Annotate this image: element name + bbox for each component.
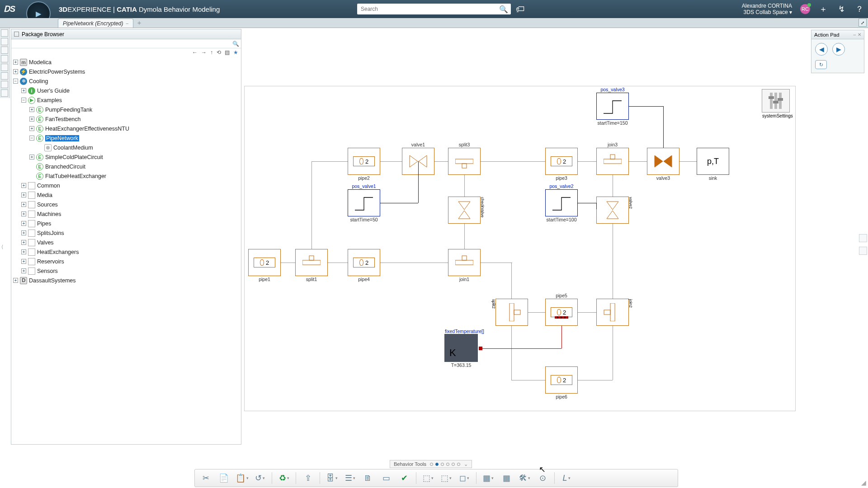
refresh-button[interactable]: ♻▾ <box>278 472 290 484</box>
tree-scp[interactable]: +ESimpleColdPlateCircuit <box>13 152 241 162</box>
tag-icon[interactable]: 🏷 <box>515 4 525 14</box>
copy-button[interactable]: 📄 <box>217 472 230 484</box>
box-button[interactable]: ◻▾ <box>458 472 471 484</box>
vstrip-btn-1[interactable] <box>1 29 8 37</box>
vstrip-btn-2[interactable] <box>1 38 8 45</box>
nav-layers-icon[interactable]: ▤ <box>225 49 230 56</box>
share-icon[interactable]: ↯ <box>836 4 846 14</box>
paste-button[interactable]: 📋▾ <box>236 472 248 484</box>
block-sink[interactable]: p,T sink <box>697 148 729 175</box>
block-pipe6[interactable]: 2 pipe6 <box>545 366 578 394</box>
tree-modelica[interactable]: +mModelica <box>13 57 241 67</box>
ap-next-button[interactable]: ▶ <box>832 43 845 56</box>
nav-refresh-icon[interactable]: ⟲ <box>217 49 221 56</box>
search-box[interactable]: 🔍 <box>357 4 511 14</box>
block-join2[interactable]: join2 <box>596 299 629 326</box>
nav-fav-icon[interactable]: ★ <box>233 49 238 56</box>
block-valve3[interactable]: valve3 <box>647 148 679 175</box>
nav-up-icon[interactable]: ↑ <box>210 49 213 56</box>
tree-filter-input[interactable] <box>13 41 232 47</box>
model-button[interactable]: ⬚▾ <box>422 472 434 484</box>
tree-ug[interactable]: +iUser's Guide <box>13 86 241 95</box>
add-icon[interactable]: ＋ <box>818 4 828 14</box>
ap-min-icon[interactable]: – <box>853 32 856 37</box>
action-pad-header[interactable]: Action Pad –✕ <box>811 30 864 39</box>
tree-res[interactable]: +Reservoirs <box>13 257 241 266</box>
block-pipe5[interactable]: 2 pipe5 <box>545 299 578 326</box>
tree-coolmed[interactable]: CoolantMedium <box>13 143 241 152</box>
tree-cooling[interactable]: −❄Cooling <box>13 76 241 86</box>
undo-button[interactable]: ↺▾ <box>254 472 266 484</box>
resize-handle-icon[interactable]: ◢ <box>861 479 866 486</box>
tree-eps[interactable]: +⚡ElectricPowerSystems <box>13 67 241 76</box>
block-join3[interactable]: join3 <box>596 148 629 175</box>
tree-sources[interactable]: +Sources <box>13 200 241 209</box>
search-input[interactable] <box>357 6 499 12</box>
collapse-handle[interactable]: ⟨ <box>1 244 3 250</box>
expand-button[interactable]: ⤢ <box>859 19 867 27</box>
toolbar-dots[interactable] <box>430 463 460 466</box>
tree-ds[interactable]: +ꓓDassaultSystemes <box>13 276 241 285</box>
window-button[interactable]: ▭ <box>380 472 392 484</box>
block-fixedtemp[interactable]: K fixedTemperature[] T=363.15 <box>444 334 478 362</box>
user-info[interactable]: Alexandre CORTINA 3DS Collab Space ▾ <box>742 3 792 15</box>
cut-button[interactable]: ✂ <box>199 472 212 484</box>
collab-space[interactable]: 3DS Collab Space ▾ <box>742 9 792 15</box>
tree-pipes[interactable]: +Pipes <box>13 219 241 228</box>
tree-machines[interactable]: +Machines <box>13 209 241 219</box>
rstrip-btn-2[interactable] <box>859 247 867 255</box>
block-posvalve3[interactable]: pos_valve3 startTime=150 <box>596 93 629 120</box>
vstrip-btn-7[interactable] <box>1 81 8 88</box>
tree-sj[interactable]: +SplitsJoins <box>13 228 241 238</box>
block-pipe1[interactable]: 2 pipe1 <box>248 249 281 276</box>
export-button[interactable]: ⇪ <box>302 472 314 484</box>
tree-valves[interactable]: +Valves <box>13 238 241 247</box>
rstrip-btn-1[interactable] <box>859 234 867 242</box>
vstrip-btn-8[interactable] <box>1 89 8 97</box>
tab-pipenetwork[interactable]: PipeNetwork (Encrypted) – <box>58 19 133 28</box>
ap-close-icon[interactable]: ✕ <box>858 32 861 37</box>
ap-mode-button[interactable]: ↻ <box>815 60 827 69</box>
vstrip-btn-5[interactable] <box>1 64 8 71</box>
toolbar-pager[interactable]: Behavior Tools ⌄ <box>390 460 472 468</box>
vstrip-btn-6[interactable] <box>1 72 8 80</box>
sheet-button[interactable]: 🗎 <box>362 472 374 484</box>
tree-ftb[interactable]: +EFanTestbench <box>13 114 241 124</box>
sim-button[interactable]: ▦▾ <box>482 472 495 484</box>
block-posvalve1[interactable]: pos_valve1 startTime=50 <box>348 189 380 216</box>
block-pipe2[interactable]: 2 pipe2 <box>348 148 380 175</box>
block-checkvalve[interactable]: checkValve <box>448 197 481 224</box>
panel-header[interactable]: Package Browser <box>11 29 241 39</box>
tree-pft[interactable]: +EPumpFeedingTank <box>13 105 241 114</box>
block-pipe4[interactable]: 2 pipe4 <box>348 249 380 276</box>
tree-examples[interactable]: −▶Examples <box>13 95 241 105</box>
search-icon[interactable]: 🔍 <box>499 5 508 14</box>
vstrip-btn-4[interactable] <box>1 55 8 62</box>
nav-back-icon[interactable]: ← <box>192 49 198 56</box>
filter-search-icon[interactable]: 🔍 <box>232 41 239 47</box>
help-icon[interactable]: ？ <box>854 4 864 14</box>
tree-sensors[interactable]: +Sensors <box>13 266 241 276</box>
db-button[interactable]: 🗄▾ <box>326 472 338 484</box>
block-split3[interactable]: split3 <box>448 148 481 175</box>
ap-prev-button[interactable]: ◀ <box>815 43 828 56</box>
tree-media[interactable]: +Media <box>13 190 241 200</box>
new-tab-button[interactable]: ＋ <box>136 19 142 27</box>
tree-pipenet[interactable]: −EPipeNetwork <box>13 133 241 143</box>
nav-fwd-icon[interactable]: → <box>201 49 207 56</box>
model2-button[interactable]: ⬚▾ <box>440 472 453 484</box>
list-button[interactable]: ☰▾ <box>344 472 356 484</box>
block-valve2[interactable]: valve2 <box>596 197 629 224</box>
block-split2[interactable]: split2 <box>495 299 528 326</box>
sim2-button[interactable]: ▦ <box>500 472 513 484</box>
avatar[interactable]: RC <box>800 4 810 14</box>
tree-hentu[interactable]: +EHeatExchangerEffectivenessNTU <box>13 124 241 133</box>
block-systemsettings[interactable]: systemSettings <box>762 89 790 113</box>
block-join1[interactable]: join1 <box>448 249 481 276</box>
tree-bc[interactable]: EBranchedCircuit <box>13 162 241 171</box>
block-pipe3[interactable]: 2 pipe3 <box>545 148 578 175</box>
vstrip-btn-3[interactable] <box>1 47 8 54</box>
check-button[interactable]: ✔ <box>398 472 410 484</box>
tree-he[interactable]: +HeatExchangers <box>13 247 241 257</box>
tool-button[interactable]: 🛠▾ <box>518 472 531 484</box>
